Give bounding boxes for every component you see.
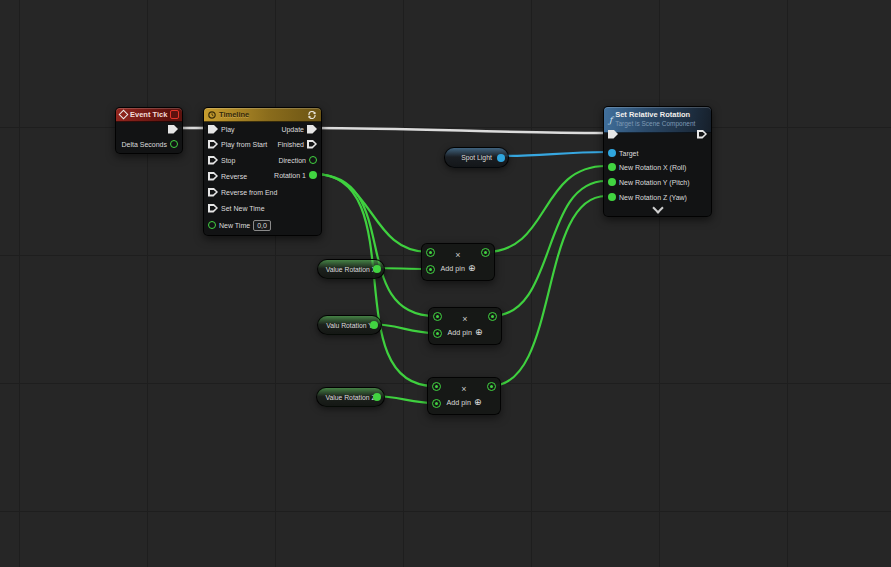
new-rotation-x-pin[interactable] <box>608 163 616 171</box>
value-rotation-z-pin[interactable] <box>373 393 381 401</box>
spot-light-label: Spot Light <box>461 154 492 161</box>
value-rotation-x-label: Value Rotation X <box>326 266 377 273</box>
reverse-from-end-label: Reverse from End <box>221 189 277 196</box>
set-new-time-pin[interactable] <box>208 204 218 213</box>
node-multiply-3[interactable]: × Add pin ⊕ <box>427 377 501 415</box>
reverse-label: Reverse <box>221 173 247 180</box>
exec-in-pin[interactable] <box>608 130 618 139</box>
new-rotation-y-label: New Rotation Y (Pitch) <box>619 179 690 186</box>
delegate-pin[interactable] <box>170 110 179 119</box>
new-time-input[interactable]: 0,0 <box>253 220 271 231</box>
spot-light-pin[interactable] <box>497 154 505 162</box>
stop-label: Stop <box>221 157 235 164</box>
finished-label: Finished <box>278 141 304 148</box>
wire-spotlight-to-target <box>502 152 606 156</box>
wire-update-to-exec <box>311 128 605 133</box>
timeline-header: Timeline <box>204 108 321 122</box>
new-rotation-y-pin[interactable] <box>608 178 616 186</box>
add-pin-label: Add pin <box>447 398 471 407</box>
exec-out-pin[interactable] <box>168 125 178 134</box>
valu-rotation-y-pin[interactable] <box>370 321 378 329</box>
node-spot-light[interactable]: Spot Light <box>444 147 509 168</box>
target-pin[interactable] <box>608 149 616 157</box>
rotation1-pin[interactable] <box>309 171 317 179</box>
set-new-time-label: Set New Time <box>221 205 265 212</box>
exec-out-pin[interactable] <box>697 130 707 139</box>
chevron-down-icon[interactable] <box>652 202 663 213</box>
play-from-start-label: Play from Start <box>221 141 267 148</box>
node-set-relative-rotation[interactable]: ƒ Set Relative Rotation Target is Scene … <box>603 106 712 217</box>
wire-multiply3-to-rotz <box>491 196 606 386</box>
event-tick-header: Event Tick <box>116 108 182 122</box>
direction-pin[interactable] <box>309 156 317 164</box>
multiply2-add-pin-button[interactable]: Add pin ⊕ <box>429 328 501 337</box>
node-multiply-2[interactable]: × Add pin ⊕ <box>428 307 502 345</box>
finished-pin[interactable] <box>307 140 317 149</box>
new-rotation-x-label: New Rotation X (Roll) <box>619 164 686 171</box>
event-icon <box>119 110 129 120</box>
multiply1-add-pin-button[interactable]: Add pin ⊕ <box>422 264 494 273</box>
delta-seconds-pin[interactable] <box>170 140 178 148</box>
target-label: Target <box>619 150 638 157</box>
stop-pin[interactable] <box>208 156 218 165</box>
loop-icon <box>307 111 317 119</box>
wire-rotation1-to-multiply1 <box>314 174 428 252</box>
node-multiply-1[interactable]: × Add pin ⊕ <box>421 243 495 281</box>
add-pin-icon: ⊕ <box>468 264 476 273</box>
value-rotation-z-label: Value Rotation Z <box>325 394 375 401</box>
set-relative-rotation-subtitle: Target is Scene Component <box>615 120 695 127</box>
node-valu-rotation-y[interactable]: Valu Rotation Y <box>317 315 382 335</box>
wire-multiply1-to-rotx <box>485 166 606 252</box>
value-rotation-x-pin[interactable] <box>373 265 381 273</box>
wire-rotation1-to-multiply3 <box>314 174 434 386</box>
timeline-title: Timeline <box>219 110 249 119</box>
node-value-rotation-z[interactable]: Value Rotation Z <box>316 387 385 407</box>
blueprint-canvas[interactable]: Event Tick Delta Seconds Timeline <box>0 0 891 567</box>
node-timeline[interactable]: Timeline Play Play from Start Stop Rever… <box>203 107 322 236</box>
node-event-tick[interactable]: Event Tick Delta Seconds <box>115 107 183 154</box>
add-pin-icon: ⊕ <box>475 328 483 337</box>
wire-rotation1-to-multiply2 <box>314 174 435 316</box>
reverse-pin[interactable] <box>208 172 218 181</box>
new-rotation-z-label: New Rotation Z (Yaw) <box>619 194 687 201</box>
new-time-pin[interactable] <box>208 221 216 229</box>
rotation1-label: Rotation 1 <box>274 172 306 179</box>
direction-label: Direction <box>278 157 306 164</box>
new-time-label: New Time <box>219 222 250 229</box>
reverse-from-end-pin[interactable] <box>208 188 218 197</box>
update-label: Update <box>281 126 304 133</box>
update-pin[interactable] <box>307 125 317 134</box>
delta-seconds-label: Delta Seconds <box>121 141 167 148</box>
wire-layer <box>0 0 891 567</box>
play-label: Play <box>221 126 235 133</box>
event-tick-title: Event Tick <box>130 110 167 119</box>
play-from-start-pin[interactable] <box>208 140 218 149</box>
set-relative-rotation-header: ƒ Set Relative Rotation Target is Scene … <box>604 107 711 133</box>
multiply2-symbol: × <box>429 315 501 324</box>
new-rotation-z-pin[interactable] <box>608 193 616 201</box>
valu-rotation-y-label: Valu Rotation Y <box>326 322 373 329</box>
multiply3-symbol: × <box>428 385 500 394</box>
add-pin-icon: ⊕ <box>474 398 482 407</box>
add-pin-label: Add pin <box>441 264 465 273</box>
add-pin-label: Add pin <box>448 328 472 337</box>
play-pin[interactable] <box>208 125 218 134</box>
node-value-rotation-x[interactable]: Value Rotation X <box>317 259 385 279</box>
set-relative-rotation-title: Set Relative Rotation <box>615 111 695 120</box>
multiply3-add-pin-button[interactable]: Add pin ⊕ <box>428 398 500 407</box>
function-icon: ƒ <box>609 115 612 125</box>
clock-icon <box>208 111 216 119</box>
multiply1-symbol: × <box>422 251 494 260</box>
